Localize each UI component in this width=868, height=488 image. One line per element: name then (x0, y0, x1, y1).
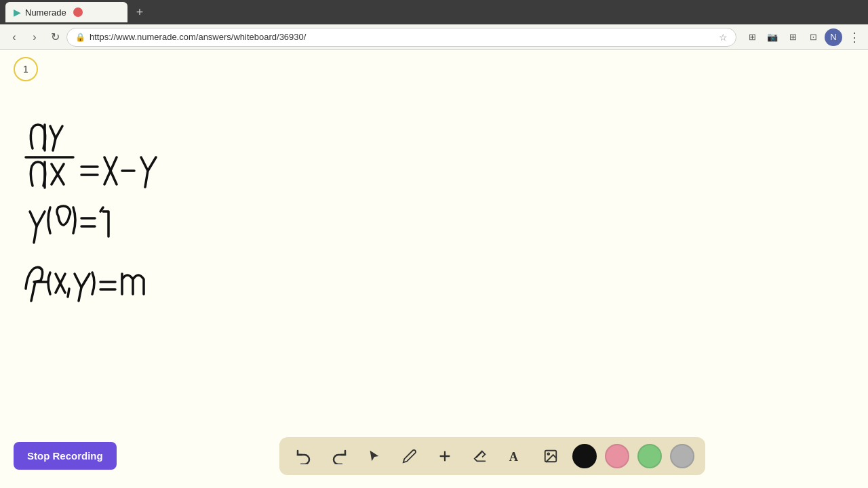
color-gray[interactable] (670, 444, 694, 468)
color-green[interactable] (637, 444, 662, 468)
extensions-icon[interactable]: ⊞ (743, 28, 761, 46)
sidebar-icon[interactable]: ⊡ (804, 28, 822, 46)
new-tab-button[interactable]: + (130, 3, 149, 22)
bottom-bar: Stop Recording (0, 424, 868, 488)
nav-right-icons: ⊞ 📷 ⊞ ⊡ N ⋮ (743, 28, 863, 46)
bookmark-icon[interactable]: ☆ (719, 32, 728, 43)
menu-icon[interactable]: ⋮ (845, 28, 863, 46)
profile-icon[interactable]: N (825, 28, 842, 46)
image-tool-button[interactable] (537, 443, 564, 470)
address-bar[interactable]: 🔒 https://www.numerade.com/answers/white… (66, 28, 736, 47)
url-text: https://www.numerade.com/answers/whitebo… (90, 32, 715, 42)
text-tool-button[interactable]: A (502, 443, 529, 470)
tab-bar: ▶ Numerade + (0, 0, 868, 24)
svg-line-10 (476, 452, 481, 457)
active-tab[interactable]: ▶ Numerade (5, 2, 127, 22)
color-black[interactable] (572, 444, 597, 468)
nav-bar: ‹ › ↻ 🔒 https://www.numerade.com/answers… (0, 24, 868, 50)
svg-point-13 (547, 453, 549, 455)
select-tool-button[interactable] (361, 443, 388, 470)
stop-recording-button[interactable]: Stop Recording (14, 442, 117, 470)
page-indicator: 1 (14, 57, 38, 81)
tab-title: Numerade (25, 7, 66, 18)
svg-text:A: A (509, 450, 519, 464)
tab-close-button[interactable] (73, 7, 83, 17)
pencil-tool-button[interactable] (396, 443, 423, 470)
undo-button[interactable] (290, 443, 317, 470)
back-button[interactable]: ‹ (5, 28, 23, 46)
browser-chrome: ▶ Numerade + ‹ › ↻ 🔒 https://www.numerad… (0, 0, 868, 50)
eraser-tool-button[interactable] (467, 443, 494, 470)
screenshot-icon[interactable]: 📷 (764, 28, 781, 46)
refresh-button[interactable]: ↻ (46, 28, 64, 46)
color-pink[interactable] (605, 444, 629, 468)
redo-button[interactable] (326, 443, 353, 470)
whiteboard-canvas[interactable]: 1 .hw { fill: none; stroke: #111; stroke… (0, 50, 868, 424)
math-drawing: .hw { fill: none; stroke: #111; stroke-w… (14, 111, 231, 335)
tab-grid-icon[interactable]: ⊞ (784, 28, 802, 46)
add-button[interactable] (431, 443, 458, 470)
tab-favicon: ▶ (14, 7, 21, 18)
security-lock-icon: 🔒 (75, 33, 85, 42)
drawing-toolbar: A (279, 437, 705, 475)
forward-button[interactable]: › (26, 28, 43, 46)
